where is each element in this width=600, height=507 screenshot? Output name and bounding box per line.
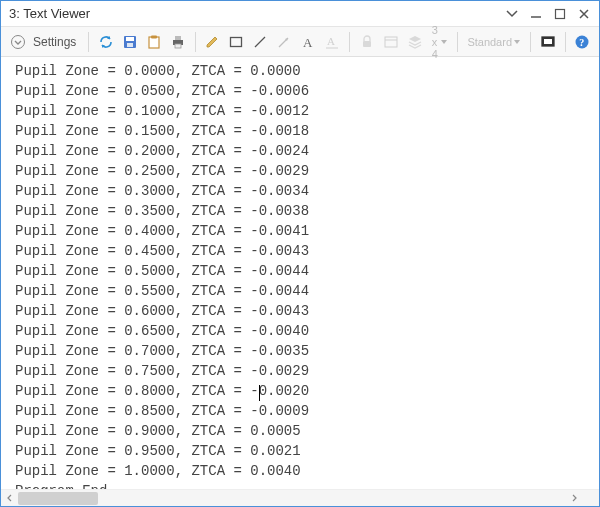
svg-rect-9 [175, 36, 181, 40]
underline-icon[interactable]: A [321, 31, 343, 53]
svg-rect-6 [149, 37, 159, 48]
svg-rect-18 [385, 37, 397, 47]
svg-line-12 [255, 37, 265, 47]
svg-rect-7 [151, 35, 157, 38]
scrollbar-thumb[interactable] [18, 492, 98, 505]
toolbar: Settings A A 3 x 4 Standa [1, 27, 599, 57]
svg-rect-4 [126, 37, 134, 41]
layers-icon[interactable] [404, 31, 426, 53]
svg-point-2 [12, 35, 25, 48]
save-icon[interactable] [119, 31, 141, 53]
settings-button[interactable]: Settings [31, 35, 82, 49]
clipboard-icon[interactable] [143, 31, 165, 53]
text-viewer-content[interactable]: Pupil Zone = 0.0000, ZTCA = 0.0000 Pupil… [1, 57, 599, 489]
scrollbar-corner [582, 490, 599, 507]
rectangle-icon[interactable] [225, 31, 247, 53]
dropdown-icon[interactable] [505, 7, 519, 21]
window-controls [505, 7, 591, 21]
svg-rect-21 [544, 39, 552, 44]
style-dropdown[interactable]: Standard [463, 36, 524, 48]
grid-dropdown[interactable]: 3 x 4 [428, 24, 451, 60]
svg-rect-1 [556, 9, 565, 18]
pencil-icon[interactable] [201, 31, 223, 53]
lock-icon[interactable] [356, 31, 378, 53]
help-icon[interactable]: ? [571, 31, 593, 53]
window-title: 3: Text Viewer [9, 6, 505, 21]
svg-rect-11 [231, 37, 242, 46]
svg-rect-5 [127, 43, 133, 47]
maximize-button[interactable] [553, 7, 567, 21]
collapse-icon[interactable] [7, 31, 29, 53]
scroll-right-icon[interactable] [565, 490, 582, 507]
svg-text:A: A [327, 35, 335, 47]
print-icon[interactable] [167, 31, 189, 53]
titlebar: 3: Text Viewer [1, 1, 599, 27]
svg-text:?: ? [579, 37, 584, 48]
window-icon[interactable] [380, 31, 402, 53]
close-button[interactable] [577, 7, 591, 21]
svg-rect-10 [175, 44, 181, 48]
svg-rect-17 [363, 41, 371, 47]
arrow-icon[interactable] [273, 31, 295, 53]
scroll-left-icon[interactable] [1, 490, 18, 507]
chevron-down-icon [441, 40, 447, 44]
monitor-icon[interactable] [537, 31, 559, 53]
text-icon[interactable]: A [297, 31, 319, 53]
content-wrap: Pupil Zone = 0.0000, ZTCA = 0.0000 Pupil… [1, 57, 599, 506]
line-icon[interactable] [249, 31, 271, 53]
refresh-icon[interactable] [95, 31, 117, 53]
grid-dropdown-label: 3 x 4 [432, 24, 439, 60]
svg-text:A: A [303, 35, 313, 50]
horizontal-scrollbar[interactable] [1, 489, 599, 506]
style-dropdown-label: Standard [467, 36, 512, 48]
chevron-down-icon [514, 40, 520, 44]
minimize-button[interactable] [529, 7, 543, 21]
scrollbar-track[interactable] [18, 490, 565, 507]
